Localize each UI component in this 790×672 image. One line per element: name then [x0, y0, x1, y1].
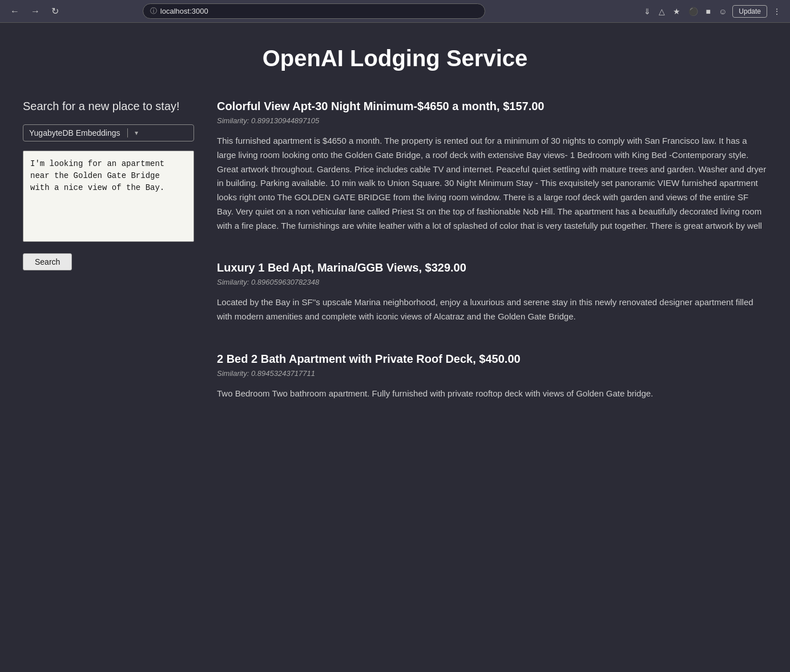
share-icon[interactable]: △	[656, 5, 667, 18]
chevron-down-icon: ▾	[135, 129, 138, 137]
listing-item: Luxury 1 Bed Apt, Marina/GGB Views, $329…	[217, 261, 767, 324]
search-button[interactable]: Search	[23, 253, 72, 270]
security-icon: ⓘ	[150, 6, 157, 16]
update-button[interactable]: Update	[732, 5, 767, 18]
extension-icon[interactable]: ⚫	[686, 5, 700, 18]
profile-icon[interactable]: ☺	[716, 5, 729, 18]
address-bar[interactable]: ⓘ localhost:3000	[143, 3, 485, 19]
download-icon[interactable]: ⇓	[642, 5, 653, 18]
forward-button[interactable]: →	[27, 4, 43, 19]
listing-title: 2 Bed 2 Bath Apartment with Private Roof…	[217, 353, 767, 366]
listings-container: Colorful View Apt-30 Night Minimum-$4650…	[217, 100, 767, 401]
listing-item: Colorful View Apt-30 Night Minimum-$4650…	[217, 100, 767, 233]
listing-item: 2 Bed 2 Bath Apartment with Private Roof…	[217, 353, 767, 401]
url-text: localhost:3000	[160, 7, 208, 15]
listing-similarity: Similarity: 0.89453243717711	[217, 369, 767, 378]
browser-actions: ⇓ △ ★ ⚫ ■ ☺ Update ⋮	[642, 5, 783, 18]
puzzle-icon[interactable]: ■	[704, 5, 713, 18]
results-panel: Colorful View Apt-30 Night Minimum-$4650…	[217, 100, 767, 430]
search-textarea[interactable]: I'm looking for an apartment near the Go…	[23, 151, 194, 242]
page-title: OpenAI Lodging Service	[23, 46, 767, 71]
reload-button[interactable]: ↻	[48, 3, 62, 19]
listing-description: Two Bedroom Two bathroom apartment. Full…	[217, 387, 767, 401]
listing-description: Located by the Bay in SF''s upscale Mari…	[217, 295, 767, 324]
listing-similarity: Similarity: 0.896059630782348	[217, 278, 767, 286]
menu-icon[interactable]: ⋮	[771, 5, 783, 18]
embedding-dropdown[interactable]: YugabyteDB Embeddings ▾	[23, 124, 194, 141]
listing-title: Colorful View Apt-30 Night Minimum-$4650…	[217, 100, 767, 113]
search-heading: Search for a new place to stay!	[23, 100, 194, 113]
dropdown-wrapper: YugabyteDB Embeddings ▾	[23, 124, 194, 141]
back-button[interactable]: ←	[7, 4, 23, 19]
bookmark-icon[interactable]: ★	[671, 5, 683, 18]
main-content: OpenAI Lodging Service Search for a new …	[0, 23, 790, 452]
embedding-dropdown-label: YugabyteDB Embeddings	[29, 128, 120, 137]
content-layout: Search for a new place to stay! Yugabyte…	[23, 100, 767, 430]
listing-description: This furnished apartment is $4650 a mont…	[217, 134, 767, 233]
listing-similarity: Similarity: 0.899130944897105	[217, 116, 767, 125]
left-panel: Search for a new place to stay! Yugabyte…	[23, 100, 194, 270]
listing-title: Luxury 1 Bed Apt, Marina/GGB Views, $329…	[217, 261, 767, 274]
browser-chrome: ← → ↻ ⓘ localhost:3000 ⇓ △ ★ ⚫ ■ ☺ Updat…	[0, 0, 790, 23]
dropdown-divider	[127, 128, 128, 137]
